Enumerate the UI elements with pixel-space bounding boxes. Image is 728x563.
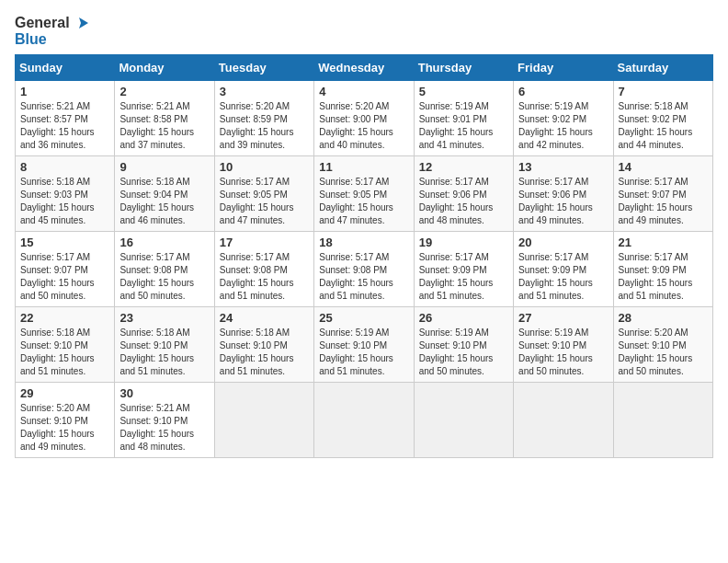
day-info: Sunrise: 5:17 AMSunset: 9:07 PMDaylight:… [20,251,109,303]
day-info: Sunrise: 5:20 AMSunset: 9:00 PMDaylight:… [319,100,408,152]
day-info: Sunrise: 5:17 AMSunset: 9:05 PMDaylight:… [319,176,408,227]
day-number: 19 [419,236,508,249]
column-header-wednesday: Wednesday [314,55,414,81]
day-number: 27 [518,311,608,325]
day-cell-19: 19Sunrise: 5:17 AMSunset: 9:09 PMDayligh… [414,232,513,307]
day-info: Sunrise: 5:20 AMSunset: 9:10 PMDaylight:… [619,327,708,378]
day-info: Sunrise: 5:18 AMSunset: 9:10 PMDaylight:… [119,327,209,378]
day-number: 5 [419,85,508,98]
day-number: 20 [518,236,608,249]
day-info: Sunrise: 5:18 AMSunset: 9:10 PMDaylight:… [220,327,309,378]
day-info: Sunrise: 5:18 AMSunset: 9:10 PMDaylight:… [20,327,109,378]
day-number: 22 [20,311,109,325]
day-cell-8: 8Sunrise: 5:18 AMSunset: 9:03 PMDaylight… [16,156,115,232]
column-header-monday: Monday [115,55,214,81]
header-row: SundayMondayTuesdayWednesdayThursdayFrid… [16,55,713,81]
day-cell-26: 26Sunrise: 5:19 AMSunset: 9:10 PMDayligh… [414,307,513,383]
day-cell-30: 30Sunrise: 5:21 AMSunset: 9:10 PMDayligh… [115,383,214,458]
day-cell-6: 6Sunrise: 5:19 AMSunset: 9:02 PMDaylight… [514,81,613,156]
day-info: Sunrise: 5:17 AMSunset: 9:06 PMDaylight:… [419,176,508,227]
day-info: Sunrise: 5:21 AMSunset: 9:10 PMDaylight:… [119,402,209,454]
day-number: 13 [518,160,608,174]
day-number: 8 [20,160,109,174]
day-number: 26 [419,311,508,325]
day-cell-15: 15Sunrise: 5:17 AMSunset: 9:07 PMDayligh… [16,232,115,307]
day-cell-28: 28Sunrise: 5:20 AMSunset: 9:10 PMDayligh… [613,307,712,383]
day-info: Sunrise: 5:19 AMSunset: 9:10 PMDaylight:… [518,327,608,378]
column-header-friday: Friday [514,55,613,81]
day-info: Sunrise: 5:19 AMSunset: 9:10 PMDaylight:… [319,327,408,378]
day-cell-14: 14Sunrise: 5:17 AMSunset: 9:07 PMDayligh… [613,156,712,232]
day-info: Sunrise: 5:17 AMSunset: 9:09 PMDaylight:… [619,251,708,303]
logo-general: General [15,15,70,31]
day-cell-27: 27Sunrise: 5:19 AMSunset: 9:10 PMDayligh… [514,307,613,383]
day-number: 9 [119,160,209,174]
day-cell-21: 21Sunrise: 5:17 AMSunset: 9:09 PMDayligh… [613,232,712,307]
page-header: General Blue [15,15,713,47]
day-number: 24 [220,311,309,325]
day-cell-13: 13Sunrise: 5:17 AMSunset: 9:06 PMDayligh… [514,156,613,232]
day-cell-22: 22Sunrise: 5:18 AMSunset: 9:10 PMDayligh… [16,307,115,383]
day-info: Sunrise: 5:21 AMSunset: 8:57 PMDaylight:… [20,100,109,152]
column-header-sunday: Sunday [16,55,115,81]
day-number: 6 [518,85,608,98]
day-cell-9: 9Sunrise: 5:18 AMSunset: 9:04 PMDaylight… [115,156,214,232]
day-number: 4 [319,85,408,98]
day-number: 10 [220,160,309,174]
day-cell-3: 3Sunrise: 5:20 AMSunset: 8:59 PMDaylight… [214,81,313,156]
column-header-saturday: Saturday [613,55,712,81]
week-row-3: 15Sunrise: 5:17 AMSunset: 9:07 PMDayligh… [16,232,713,307]
column-header-thursday: Thursday [414,55,513,81]
day-info: Sunrise: 5:18 AMSunset: 9:03 PMDaylight:… [20,176,109,227]
day-info: Sunrise: 5:17 AMSunset: 9:08 PMDaylight:… [220,251,309,303]
empty-cell [314,383,414,458]
day-info: Sunrise: 5:17 AMSunset: 9:08 PMDaylight:… [119,251,209,303]
day-cell-4: 4Sunrise: 5:20 AMSunset: 9:00 PMDaylight… [314,81,414,156]
day-info: Sunrise: 5:18 AMSunset: 9:04 PMDaylight:… [119,176,209,227]
day-cell-1: 1Sunrise: 5:21 AMSunset: 8:57 PMDaylight… [16,81,115,156]
day-number: 16 [119,236,209,249]
day-number: 29 [20,386,109,400]
day-info: Sunrise: 5:21 AMSunset: 8:58 PMDaylight:… [119,100,209,152]
day-cell-17: 17Sunrise: 5:17 AMSunset: 9:08 PMDayligh… [214,232,313,307]
day-number: 17 [220,236,309,249]
empty-cell [613,383,712,458]
logo-container: General Blue [15,15,90,47]
day-number: 30 [119,386,209,400]
week-row-4: 22Sunrise: 5:18 AMSunset: 9:10 PMDayligh… [16,307,713,383]
day-number: 25 [319,311,408,325]
week-row-2: 8Sunrise: 5:18 AMSunset: 9:03 PMDaylight… [16,156,713,232]
day-number: 18 [319,236,408,249]
day-number: 1 [20,85,109,98]
day-info: Sunrise: 5:17 AMSunset: 9:09 PMDaylight:… [419,251,508,303]
day-info: Sunrise: 5:19 AMSunset: 9:02 PMDaylight:… [518,100,608,152]
day-info: Sunrise: 5:17 AMSunset: 9:05 PMDaylight:… [220,176,309,227]
day-number: 28 [619,311,708,325]
day-number: 11 [319,160,408,174]
day-info: Sunrise: 5:20 AMSunset: 9:10 PMDaylight:… [20,402,109,454]
day-info: Sunrise: 5:19 AMSunset: 9:01 PMDaylight:… [419,100,508,152]
day-info: Sunrise: 5:18 AMSunset: 9:02 PMDaylight:… [619,100,708,152]
logo-arrow-icon [72,16,90,30]
day-cell-25: 25Sunrise: 5:19 AMSunset: 9:10 PMDayligh… [314,307,414,383]
empty-cell [514,383,613,458]
day-cell-11: 11Sunrise: 5:17 AMSunset: 9:05 PMDayligh… [314,156,414,232]
day-cell-29: 29Sunrise: 5:20 AMSunset: 9:10 PMDayligh… [16,383,115,458]
empty-cell [414,383,513,458]
week-row-1: 1Sunrise: 5:21 AMSunset: 8:57 PMDaylight… [16,81,713,156]
day-cell-5: 5Sunrise: 5:19 AMSunset: 9:01 PMDaylight… [414,81,513,156]
day-number: 12 [419,160,508,174]
day-cell-7: 7Sunrise: 5:18 AMSunset: 9:02 PMDaylight… [613,81,712,156]
day-cell-24: 24Sunrise: 5:18 AMSunset: 9:10 PMDayligh… [214,307,313,383]
day-number: 3 [220,85,309,98]
day-cell-16: 16Sunrise: 5:17 AMSunset: 9:08 PMDayligh… [115,232,214,307]
day-info: Sunrise: 5:17 AMSunset: 9:09 PMDaylight:… [518,251,608,303]
week-row-5: 29Sunrise: 5:20 AMSunset: 9:10 PMDayligh… [16,383,713,458]
day-number: 23 [119,311,209,325]
day-info: Sunrise: 5:20 AMSunset: 8:59 PMDaylight:… [220,100,309,152]
day-info: Sunrise: 5:19 AMSunset: 9:10 PMDaylight:… [419,327,508,378]
calendar-table: SundayMondayTuesdayWednesdayThursdayFrid… [15,54,713,458]
day-number: 15 [20,236,109,249]
logo-blue: Blue [15,31,90,48]
empty-cell [214,383,313,458]
